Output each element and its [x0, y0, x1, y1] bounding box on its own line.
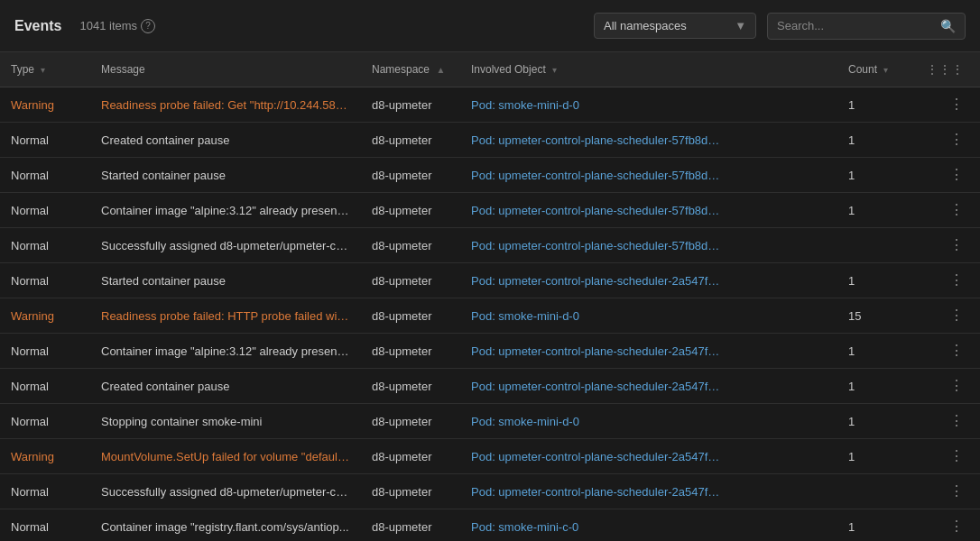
cell-type: Normal	[0, 369, 90, 404]
cell-type: Normal	[0, 474, 90, 509]
cell-count: 1	[837, 509, 910, 542]
cell-object[interactable]: Pod: upmeter-control-plane-scheduler-2a5…	[460, 439, 837, 474]
row-kebab-button[interactable]: ⋮	[944, 271, 969, 289]
cell-namespace: d8-upmeter	[361, 334, 460, 369]
cell-count: 1	[837, 158, 910, 193]
row-kebab-button[interactable]: ⋮	[944, 447, 969, 465]
cell-message[interactable]: Readiness probe failed: HTTP probe faile…	[90, 298, 361, 334]
cell-object[interactable]: Pod: smoke-mini-d-0	[460, 404, 837, 439]
table-body: Warning Readiness probe failed: Get "htt…	[0, 87, 980, 542]
cell-message: Created container pause	[90, 123, 361, 158]
cell-object[interactable]: Pod: upmeter-control-plane-scheduler-2a5…	[460, 474, 837, 509]
cell-actions: ⋮	[910, 158, 980, 193]
th-count[interactable]: Count ▾	[837, 52, 910, 87]
row-kebab-button[interactable]: ⋮	[944, 201, 969, 219]
table-header-row: Type ▾ Message Namespace ▲ Involved Obje…	[0, 52, 980, 87]
cell-actions: ⋮	[910, 509, 980, 542]
cell-object[interactable]: Pod: smoke-mini-d-0	[460, 298, 837, 334]
cell-message: Stopping container smoke-mini	[90, 404, 361, 439]
sort-icon-count: ▾	[883, 65, 888, 75]
cell-actions: ⋮	[910, 369, 980, 404]
cell-type: Normal	[0, 158, 90, 193]
cell-count: 15	[837, 298, 910, 334]
page-title: Events	[14, 18, 61, 34]
cell-object[interactable]: Pod: upmeter-control-plane-scheduler-57f…	[460, 228, 837, 263]
row-kebab-button[interactable]: ⋮	[944, 412, 969, 430]
cell-namespace: d8-upmeter	[361, 87, 460, 123]
table-row: Normal Started container pause d8-upmete…	[0, 263, 980, 298]
events-table: Type ▾ Message Namespace ▲ Involved Obje…	[0, 52, 980, 541]
items-count: 1041 items ?	[79, 19, 155, 33]
table-row: Normal Started container pause d8-upmete…	[0, 158, 980, 193]
row-kebab-button[interactable]: ⋮	[944, 307, 969, 325]
cell-object[interactable]: Pod: upmeter-control-plane-scheduler-2a5…	[460, 263, 837, 298]
row-kebab-button[interactable]: ⋮	[944, 96, 969, 114]
table-row: Normal Container image "registry.flant.c…	[0, 509, 980, 542]
page-header: Events 1041 items ? All namespaces ▼ 🔍	[0, 0, 980, 52]
cell-count: 1	[837, 87, 910, 123]
table-row: Normal Successfully assigned d8-upmeter/…	[0, 228, 980, 263]
row-kebab-button[interactable]: ⋮	[944, 131, 969, 149]
cell-type: Warning	[0, 87, 90, 123]
row-kebab-button[interactable]: ⋮	[944, 236, 969, 254]
cell-object[interactable]: Pod: smoke-mini-c-0	[460, 509, 837, 542]
cell-actions: ⋮	[910, 228, 980, 263]
cell-actions: ⋮	[910, 474, 980, 509]
cell-message: Container image "registry.flant.com/sys/…	[90, 509, 361, 542]
cell-count	[837, 228, 910, 263]
cell-message: Started container pause	[90, 263, 361, 298]
namespace-dropdown[interactable]: All namespaces ▼	[594, 13, 756, 39]
search-input[interactable]	[777, 19, 935, 32]
cell-object[interactable]: Pod: upmeter-control-plane-scheduler-57f…	[460, 193, 837, 228]
cell-actions: ⋮	[910, 334, 980, 369]
cell-count: 1	[837, 193, 910, 228]
cell-type: Normal	[0, 228, 90, 263]
cell-object[interactable]: Pod: upmeter-control-plane-scheduler-57f…	[460, 158, 837, 193]
cell-object[interactable]: Pod: smoke-mini-d-0	[460, 87, 837, 123]
cell-count	[837, 474, 910, 509]
cell-message: Container image "alpine:3.12" already pr…	[90, 334, 361, 369]
cell-count: 1	[837, 404, 910, 439]
table-row: Normal Successfully assigned d8-upmeter/…	[0, 474, 980, 509]
table-row: Warning MountVolume.SetUp failed for vol…	[0, 439, 980, 474]
cell-actions: ⋮	[910, 87, 980, 123]
cell-actions: ⋮	[910, 263, 980, 298]
cell-message: Container image "alpine:3.12" already pr…	[90, 193, 361, 228]
cell-count: 1	[837, 263, 910, 298]
cell-message: Started container pause	[90, 158, 361, 193]
row-kebab-button[interactable]: ⋮	[944, 166, 969, 184]
th-message: Message	[90, 52, 361, 87]
table-row: Warning Readiness probe failed: Get "htt…	[0, 87, 980, 123]
th-type[interactable]: Type ▾	[0, 52, 90, 87]
cell-type: Normal	[0, 509, 90, 542]
cell-message[interactable]: Readiness probe failed: Get "http://10.2…	[90, 87, 361, 123]
cell-message: Successfully assigned d8-upmeter/upmeter…	[90, 474, 361, 509]
help-icon[interactable]: ?	[141, 19, 155, 33]
cell-namespace: d8-upmeter	[361, 298, 460, 334]
cell-actions: ⋮	[910, 298, 980, 334]
cell-type: Warning	[0, 439, 90, 474]
sort-icon-namespace: ▲	[436, 65, 445, 75]
cell-object[interactable]: Pod: upmeter-control-plane-scheduler-2a5…	[460, 369, 837, 404]
search-box: 🔍	[767, 13, 966, 40]
row-kebab-button[interactable]: ⋮	[944, 377, 969, 395]
cell-object[interactable]: Pod: upmeter-control-plane-scheduler-57f…	[460, 123, 837, 158]
row-kebab-button[interactable]: ⋮	[944, 342, 969, 360]
events-table-container: Type ▾ Message Namespace ▲ Involved Obje…	[0, 52, 980, 541]
th-namespace[interactable]: Namespace ▲	[361, 52, 460, 87]
cell-namespace: d8-upmeter	[361, 158, 460, 193]
cell-namespace: d8-upmeter	[361, 263, 460, 298]
row-kebab-button[interactable]: ⋮	[944, 518, 969, 536]
column-options-button[interactable]: ⋮⋮⋮	[920, 61, 969, 78]
cell-message[interactable]: MountVolume.SetUp failed for volume "def…	[90, 439, 361, 474]
cell-type: Normal	[0, 263, 90, 298]
cell-object[interactable]: Pod: upmeter-control-plane-scheduler-2a5…	[460, 334, 837, 369]
th-involved-object[interactable]: Involved Object ▾	[460, 52, 837, 87]
table-row: Normal Container image "alpine:3.12" alr…	[0, 334, 980, 369]
row-kebab-button[interactable]: ⋮	[944, 482, 969, 500]
cell-count: 1	[837, 369, 910, 404]
table-row: Normal Stopping container smoke-mini d8-…	[0, 404, 980, 439]
cell-namespace: d8-upmeter	[361, 474, 460, 509]
cell-namespace: d8-upmeter	[361, 228, 460, 263]
table-row: Normal Container image "alpine:3.12" alr…	[0, 193, 980, 228]
